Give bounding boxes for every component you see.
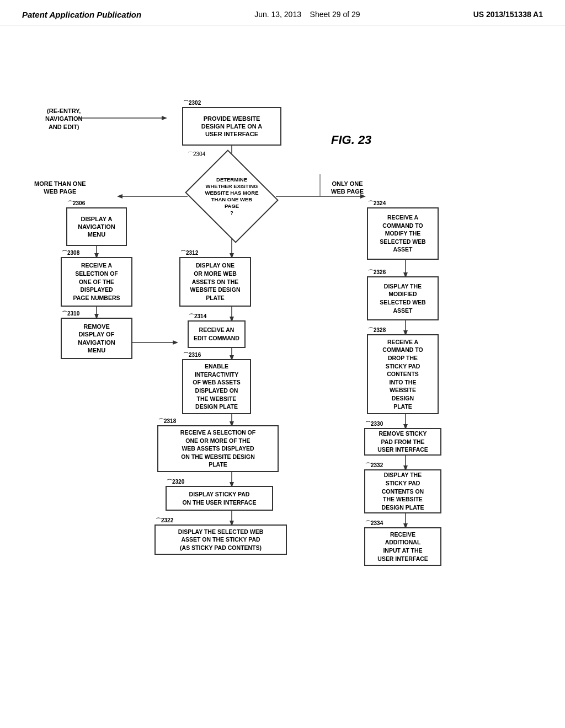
node-2332: ⌒2332 DISPLAY THESTICKY PADCONTENTS ONTH… — [364, 469, 441, 513]
node-2328: ⌒2328 RECEIVE ACOMMAND TODROP THESTICKY … — [367, 334, 439, 414]
node-2322: ⌒2322 DISPLAY THE SELECTED WEBASSET ON T… — [154, 524, 287, 555]
node-2334: ⌒2334 RECEIVEADDITIONALINPUT AT THEUSER … — [364, 527, 441, 566]
node-2324: ⌒2324 RECEIVE ACOMMAND TOMODIFY THESELEC… — [367, 207, 439, 260]
node-2318: ⌒2318 RECEIVE A SELECTION OFONE OR MORE … — [157, 425, 279, 472]
figure-label: FIG. 23 — [331, 133, 371, 147]
reentry-label: (RE-ENTRY,NAVIGATIONAND EDIT) — [45, 107, 82, 131]
node-2312: ⌒2312 DISPLAY ONEOR MORE WEBASSETS ON TH… — [179, 257, 251, 307]
more-than-one-label: MORE THAN ONEWEB PAGE — [34, 180, 86, 196]
node-2310: ⌒2310 REMOVEDISPLAY OFNAVIGATIONMENU — [61, 318, 132, 359]
node-2306: ⌒2306 DISPLAY ANAVIGATIONMENU — [66, 207, 127, 246]
node-2316: ⌒2316 ENABLEINTERACTIVITYOF WEB ASSETSDI… — [182, 359, 251, 414]
node-2304-diamond: ⌒2304 DETERMINEWHETHER EXISTINGWEBSITE H… — [188, 160, 276, 232]
flowchart-diagram: FIG. 23 (RE-ENTRY,NAVIGATIONAND EDIT) ⌒2… — [0, 25, 565, 687]
svg-marker-3 — [117, 194, 122, 199]
page-header: Patent Application Publication Jun. 13, … — [0, 0, 565, 25]
node-2326: ⌒2326 DISPLAY THEMODIFIEDSELECTED WEBASS… — [367, 276, 439, 320]
header-date-sheet: Jun. 13, 2013 Sheet 29 of 29 — [254, 10, 360, 19]
svg-marker-36 — [162, 116, 167, 120]
node-2314: ⌒2314 RECEIVE ANEDIT COMMAND — [188, 320, 246, 348]
node-2330: ⌒2330 REMOVE STICKYPAD FROM THEUSER INTE… — [364, 428, 441, 456]
svg-marker-9 — [173, 340, 178, 345]
header-patent-number: US 2013/151338 A1 — [473, 10, 543, 19]
node-2302: ⌒2302 PROVIDE WEBSITE DESIGN PLATE ON A … — [182, 107, 281, 146]
node-2320: ⌒2320 DISPLAY STICKY PADON THE USER INTE… — [166, 486, 273, 511]
node-2308: ⌒2308 RECEIVE ASELECTION OFONE OF THEDIS… — [61, 257, 132, 307]
only-one-label: ONLY ONEWEB PAGE — [331, 180, 364, 196]
header-publication: Patent Application Publication — [22, 10, 141, 19]
